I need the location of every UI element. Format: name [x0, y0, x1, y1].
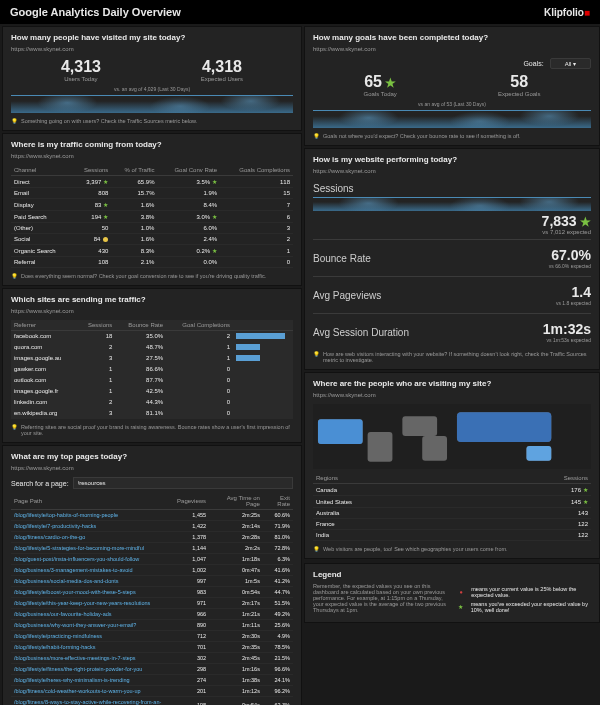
table-row[interactable]: /blog/lifestyle/7-productivity-hacks 1,4… — [11, 521, 293, 532]
pct-cell: 1.6% — [111, 234, 157, 245]
table-row[interactable]: Organic Search 430 8.3% 0.2%★ 1 — [11, 245, 293, 257]
bar-cell — [233, 386, 293, 397]
conv-cell: 6.0% — [157, 223, 220, 234]
conv-cell: 1.9% — [157, 188, 220, 199]
page-link[interactable]: /blog/fitness/cardio-on-the-go — [14, 534, 85, 540]
visitors-sparkline — [11, 95, 293, 113]
table-row[interactable]: images.google.fr 1 42.5% 0 — [11, 386, 293, 397]
page-link[interactable]: /blog/business/3-management-mistakes-to-… — [14, 567, 133, 573]
traffic-heading: Where is my traffic coming from today? — [11, 140, 293, 149]
table-row[interactable]: /blog/lifestyle/heres-why-minimalism-is-… — [11, 675, 293, 686]
col-header: Exit Rate — [263, 493, 293, 510]
perf-panel: How is my website performing today? http… — [304, 148, 600, 370]
table-row[interactable]: India 122 — [313, 530, 591, 541]
goals-select[interactable]: All ▾ — [550, 58, 591, 69]
page-link[interactable]: /blog/fitness/cold-weather-workouts-to-w… — [14, 688, 141, 694]
page-link[interactable]: /blog/lifestyle/5-strategies-for-becomin… — [14, 545, 144, 551]
page-link[interactable]: /blog/lifestyle/practicing-mindfulness — [14, 633, 102, 639]
table-row[interactable]: /blog/guest-post/insta-influencers-you-s… — [11, 554, 293, 565]
page-link[interactable]: /blog/lifestyle/fitness/the-right-protei… — [14, 666, 142, 672]
sessions-value: 7,833 ★ — [542, 213, 591, 229]
channel-cell: Paid Search — [11, 211, 72, 223]
bounce-cell: 27.5% — [115, 353, 166, 364]
table-row[interactable]: /blog/business/more-effective-meetings-i… — [11, 653, 293, 664]
table-row[interactable]: Referral 108 2.1% 0.0% 0 — [11, 257, 293, 268]
page-path-cell: /blog/lifestyle/5-strategies-for-becomin… — [11, 543, 174, 554]
page-link[interactable]: /blog/lifestyle/this-year-keep-your-new-… — [14, 600, 150, 606]
table-row[interactable]: /blog/lifestyle/top-habits-of-morning-pe… — [11, 510, 293, 521]
site-url: https://www.skynet.com — [313, 46, 591, 52]
page-path-cell: /blog/lifestyle/fitness/the-right-protei… — [11, 664, 174, 675]
table-row[interactable]: linkedin.com 2 44.3% 0 — [11, 397, 293, 408]
exit-cell: 60.6% — [263, 510, 293, 521]
page-link[interactable]: /blog/lifestyle/heres-why-minimalism-is-… — [14, 677, 130, 683]
sessions-cell: 122 — [474, 519, 591, 530]
page-link[interactable]: /blog/business/more-effective-meetings-i… — [14, 655, 136, 661]
table-row[interactable]: (Other) 50 1.0% 6.0% 3 — [11, 223, 293, 234]
table-row[interactable]: Display 83★ 1.6% 8.4% 7 — [11, 199, 293, 211]
table-row[interactable]: France 122 — [313, 519, 591, 530]
sessions-cell: 1 — [78, 375, 116, 386]
page-link[interactable]: /blog/business/our-favourite-holiday-ads — [14, 611, 112, 617]
page-link[interactable]: /blog/guest-post/insta-influencers-you-s… — [14, 556, 139, 562]
pageviews-cell: 302 — [174, 653, 209, 664]
conv-cell: 2.4% — [157, 234, 220, 245]
pages-heading: What are my top pages today? — [11, 452, 293, 461]
page-link[interactable]: /blog/lifestyle/habit-forming-hacks — [14, 644, 96, 650]
table-row[interactable]: Paid Search 194★ 3.8% 3.0%★ 6 — [11, 211, 293, 223]
dur-value: 1m:32s — [543, 321, 591, 337]
legend-panel: Legend Remember, the expected values you… — [304, 563, 600, 623]
goals-today-label: Goals Today — [364, 91, 397, 97]
table-row[interactable]: facebook.com 18 35.0% 2 — [11, 331, 293, 342]
table-row[interactable]: en.wikipedia.org 3 81.1% 0 — [11, 408, 293, 419]
table-row[interactable]: /blog/lifestyle/5-strategies-for-becomin… — [11, 543, 293, 554]
table-row[interactable]: Canada 176★ — [313, 484, 591, 496]
bar-cell — [233, 331, 293, 342]
bounce-sub: vs 66.0% expected — [549, 263, 591, 269]
table-row[interactable]: Social 84 1.6% 2.4% 2 — [11, 234, 293, 245]
pv-value: 1.4 — [556, 284, 591, 300]
table-row[interactable]: Direct 3,397★ 65.9% 3.5%★ 118 — [11, 176, 293, 188]
page-link[interactable]: /blog/lifestyle/top-habits-of-morning-pe… — [14, 512, 118, 518]
page-link[interactable]: /blog/business/why-wont-they-answer-your… — [14, 622, 136, 628]
referrer-cell: facebook.com — [11, 331, 78, 342]
table-row[interactable]: Australia 143 — [313, 508, 591, 519]
table-row[interactable]: /blog/lifestyle/boost-your-mood-with-the… — [11, 587, 293, 598]
page-path-cell: /blog/lifestyle/7-productivity-hacks — [11, 521, 174, 532]
pct-cell: 3.8% — [111, 211, 157, 223]
table-row[interactable]: United States 145★ — [313, 496, 591, 508]
referrers-tip: Referring sites are social proof your br… — [21, 424, 293, 436]
table-row[interactable]: /blog/fitness/cold-weather-workouts-to-w… — [11, 686, 293, 697]
table-row[interactable]: /blog/business/social-media-dos-and-dont… — [11, 576, 293, 587]
table-row[interactable]: /blog/lifestyle/this-year-keep-your-new-… — [11, 598, 293, 609]
table-row[interactable]: /blog/lifestyle/fitness/the-right-protei… — [11, 664, 293, 675]
referrers-heading: Which sites are sending me traffic? — [11, 295, 293, 304]
table-row[interactable]: /blog/business/our-favourite-holiday-ads… — [11, 609, 293, 620]
site-url: https://www.skynet.com — [11, 308, 293, 314]
table-row[interactable]: outlook.com 1 87.7% 0 — [11, 375, 293, 386]
pageviews-cell: 1,422 — [174, 521, 209, 532]
page-link[interactable]: /blog/business/social-media-dos-and-dont… — [14, 578, 119, 584]
referrer-cell: images.google.fr — [11, 386, 78, 397]
table-row[interactable]: quora.com 2 48.7% 1 — [11, 342, 293, 353]
time-cell: 2m:30s — [209, 631, 263, 642]
table-row[interactable]: images.google.au 3 27.5% 1 — [11, 353, 293, 364]
page-link[interactable]: /blog/fitness/8-ways-to-stay-active-whil… — [14, 699, 161, 705]
svg-rect-8 — [526, 446, 551, 461]
page-link[interactable]: /blog/lifestyle/boost-your-mood-with-the… — [14, 589, 136, 595]
goals-cell: 7 — [220, 199, 293, 211]
page-link[interactable]: /blog/lifestyle/7-productivity-hacks — [14, 523, 96, 529]
table-row[interactable]: gawker.com 1 86.6% 0 — [11, 364, 293, 375]
table-row[interactable]: /blog/business/3-management-mistakes-to-… — [11, 565, 293, 576]
sessions-cell: 3,397★ — [72, 176, 111, 188]
table-row[interactable]: /blog/lifestyle/practicing-mindfulness 7… — [11, 631, 293, 642]
search-input[interactable] — [73, 477, 293, 489]
pct-cell: 1.0% — [111, 223, 157, 234]
table-row[interactable]: /blog/lifestyle/habit-forming-hacks 701 … — [11, 642, 293, 653]
world-map[interactable] — [313, 404, 591, 469]
table-row[interactable]: /blog/fitness/cardio-on-the-go 1,378 2m:… — [11, 532, 293, 543]
table-row[interactable]: Email 808 15.7% 1.9% 15 — [11, 188, 293, 199]
star-icon: ★ — [212, 179, 217, 185]
table-row[interactable]: /blog/fitness/8-ways-to-stay-active-whil… — [11, 697, 293, 706]
table-row[interactable]: /blog/business/why-wont-they-answer-your… — [11, 620, 293, 631]
